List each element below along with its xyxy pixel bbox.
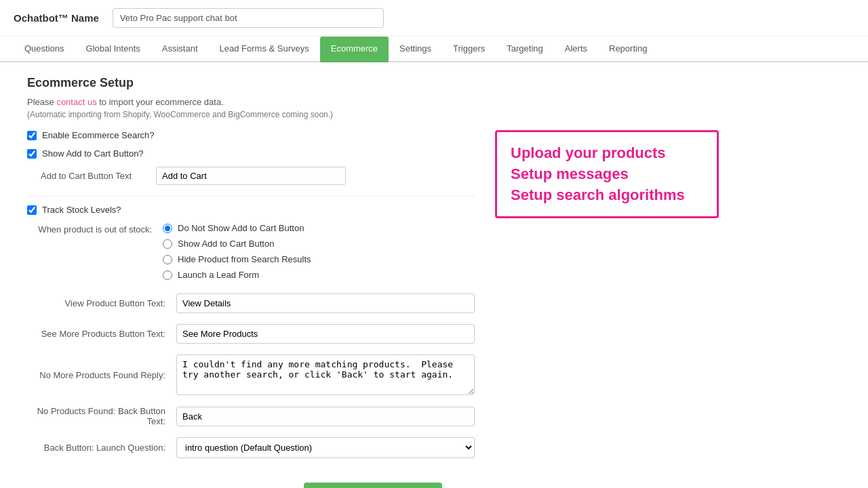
show-add-to-cart-row: Show Add to Cart Button? <box>27 148 475 159</box>
show-add-to-cart-checkbox[interactable] <box>27 149 37 159</box>
add-to-cart-text-label: Add to Cart Button Text <box>41 171 149 181</box>
see-more-label: See More Products Button Text: <box>27 329 176 339</box>
view-product-input[interactable] <box>176 293 475 313</box>
section-desc: Please contact us to import your ecommer… <box>27 97 719 107</box>
enable-ecommerce-row: Enable Ecommerce Search? <box>27 130 475 140</box>
oos-option-3: Launch a Lead Form <box>163 270 311 280</box>
contact-us-link[interactable]: contact us <box>56 97 96 107</box>
nav-reporting[interactable]: Reporting <box>598 37 658 62</box>
out-of-stock-row: When product is out of stock: Do Not Sho… <box>27 223 475 280</box>
show-add-to-cart-label: Show Add to Cart Button? <box>42 148 144 159</box>
content-left: Enable Ecommerce Search? Show Add to Car… <box>27 130 475 469</box>
oos-option-1: Show Add to Cart Button <box>163 239 311 249</box>
out-of-stock-label: When product is out of stock: <box>27 223 163 235</box>
desc-prefix: Please <box>27 97 56 107</box>
enable-ecommerce-label: Enable Ecommerce Search? <box>42 130 154 140</box>
section-desc-sub: (Automatic importing from Shopify, WooCo… <box>27 110 719 119</box>
oos-radio-3[interactable] <box>163 270 172 280</box>
header: Ochatbot™ Name <box>0 0 868 37</box>
see-more-row: See More Products Button Text: <box>27 324 475 344</box>
track-stock-row: Track Stock Levels? <box>27 205 475 215</box>
no-products-back-row: No Products Found: Back Button Text: <box>27 406 475 426</box>
nav-questions[interactable]: Questions <box>14 37 75 62</box>
see-more-input[interactable] <box>176 324 475 344</box>
add-to-cart-text-input[interactable] <box>156 167 346 185</box>
oos-radio-0[interactable] <box>163 224 172 233</box>
save-row: Save Ecommerce Settings <box>27 483 719 488</box>
main-content: Ecommerce Setup Please contact us to imp… <box>0 62 746 488</box>
back-button-launch-label: Back Button: Launch Question: <box>27 443 176 453</box>
callout-line-3: Setup search algorithms <box>511 185 703 206</box>
oos-radio-1[interactable] <box>163 239 172 249</box>
app-title: Ochatbot™ Name <box>14 12 99 24</box>
enable-ecommerce-checkbox[interactable] <box>27 131 37 140</box>
track-stock-label: Track Stock Levels? <box>42 205 121 215</box>
oos-option-2: Hide Product from Search Results <box>163 254 311 264</box>
section-title: Ecommerce Setup <box>27 76 719 90</box>
add-to-cart-text-row: Add to Cart Button Text <box>41 167 475 185</box>
no-more-products-label: No More Products Found Reply: <box>27 370 176 380</box>
oos-radio-2[interactable] <box>163 255 172 264</box>
nav-lead-forms[interactable]: Lead Forms & Surveys <box>209 37 320 62</box>
nav-targeting[interactable]: Targeting <box>496 37 553 62</box>
nav-assistant[interactable]: Assistant <box>151 37 209 62</box>
nav-global-intents[interactable]: Global Intents <box>75 37 151 62</box>
no-products-back-input[interactable] <box>176 407 475 426</box>
save-ecommerce-button[interactable]: Save Ecommerce Settings <box>304 483 443 488</box>
nav-ecommerce[interactable]: Ecommerce <box>320 37 389 62</box>
bot-name-input[interactable] <box>113 8 384 28</box>
oos-option-label-3: Launch a Lead Form <box>178 270 259 280</box>
callout-line-1: Upload your products <box>511 143 703 164</box>
oos-option-0: Do Not Show Add to Cart Button <box>163 223 311 233</box>
callout-box: Upload your products Setup messages Setu… <box>495 130 719 218</box>
nav-settings[interactable]: Settings <box>389 37 442 62</box>
view-product-label: View Product Button Text: <box>27 298 176 308</box>
content-right: Upload your products Setup messages Setu… <box>495 130 719 469</box>
back-button-launch-select[interactable]: intro question (Default Question) <box>176 437 475 458</box>
nav-alerts[interactable]: Alerts <box>554 37 598 62</box>
oos-option-label-2: Hide Product from Search Results <box>178 254 311 264</box>
track-stock-checkbox[interactable] <box>27 205 37 215</box>
no-products-back-label: No Products Found: Back Button Text: <box>27 406 176 426</box>
view-product-row: View Product Button Text: <box>27 293 475 313</box>
back-button-launch-row: Back Button: Launch Question: intro ques… <box>27 437 475 458</box>
main-nav: Questions Global Intents Assistant Lead … <box>0 37 868 62</box>
content-row: Enable Ecommerce Search? Show Add to Car… <box>27 130 719 469</box>
callout-line-2: Setup messages <box>511 164 703 185</box>
desc-suffix: to import your ecommerce data. <box>97 97 224 107</box>
out-of-stock-options: Do Not Show Add to Cart Button Show Add … <box>163 223 311 280</box>
oos-option-label-0: Do Not Show Add to Cart Button <box>178 223 304 233</box>
oos-option-label-1: Show Add to Cart Button <box>178 239 274 249</box>
no-more-products-row: No More Products Found Reply: I couldn't… <box>27 354 475 395</box>
nav-triggers[interactable]: Triggers <box>442 37 496 62</box>
no-more-products-textarea[interactable]: I couldn't find any more matching produc… <box>176 354 475 395</box>
